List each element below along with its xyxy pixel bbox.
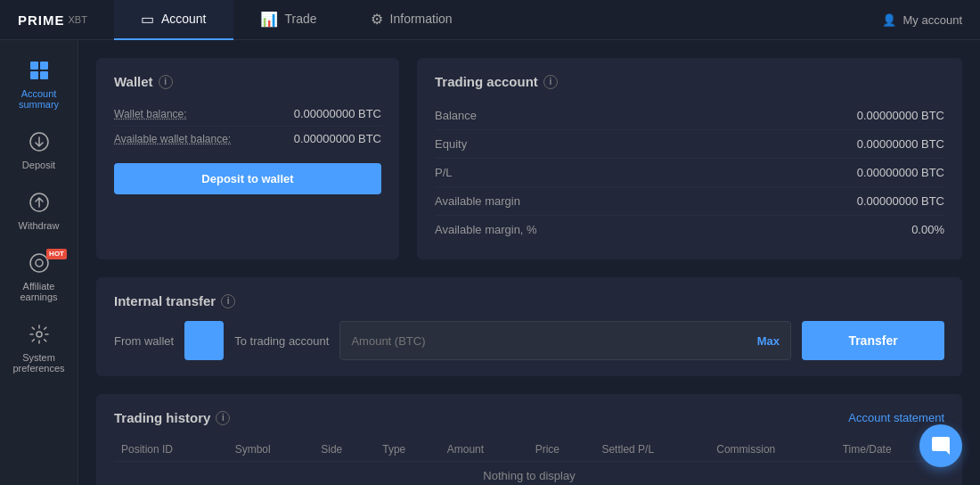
account-summary-icon xyxy=(29,60,50,85)
sidebar-withdraw-label: Withdraw xyxy=(19,220,60,231)
trading-row-label: Equity xyxy=(435,137,467,151)
max-button[interactable]: Max xyxy=(757,334,780,348)
transfer-controls: From wallet To trading account Max Trans… xyxy=(114,321,944,360)
top-panels: Wallet i Wallet balance: 0.00000000 BTC … xyxy=(96,58,962,259)
available-balance-value: 0.00000000 BTC xyxy=(294,132,381,145)
trading-row-value: 0.00000000 BTC xyxy=(857,166,944,179)
trading-history-header: Trading history i Account statement xyxy=(114,410,944,425)
sidebar-item-withdraw[interactable]: Withdraw xyxy=(0,181,78,242)
trading-account-row: Balance 0.00000000 BTC xyxy=(435,102,944,130)
table-column-header: Amount xyxy=(440,438,528,462)
transfer-button[interactable]: Transfer xyxy=(802,321,944,360)
logo-xbt: XBT xyxy=(69,14,87,25)
no-data-cell: Nothing to display xyxy=(114,462,944,486)
trading-row-label: Balance xyxy=(435,109,477,122)
trading-history-table: Position IDSymbolSideTypeAmountPriceSett… xyxy=(114,438,944,485)
internal-transfer-section: Internal transfer i From wallet To tradi… xyxy=(96,277,962,376)
amount-input[interactable] xyxy=(351,334,756,348)
logo-prime: PRIME xyxy=(18,12,65,28)
table-column-header: Symbol xyxy=(228,438,314,462)
my-account-button[interactable]: 👤 My account xyxy=(882,13,962,27)
trading-account-row: Available margin 0.00000000 BTC xyxy=(435,187,944,216)
wallet-panel: Wallet i Wallet balance: 0.00000000 BTC … xyxy=(96,58,399,259)
nav-tab-trade[interactable]: 📊 Trade xyxy=(233,0,344,40)
sidebar-affiliate-label: Affiliate earnings xyxy=(7,281,70,302)
wallet-balance-value: 0.00000000 BTC xyxy=(294,107,381,120)
from-wallet-label: From wallet xyxy=(114,334,174,348)
trading-account-info-icon[interactable]: i xyxy=(543,75,558,89)
table-column-header: Type xyxy=(375,438,439,462)
content-area: Wallet i Wallet balance: 0.00000000 BTC … xyxy=(78,40,980,485)
system-preferences-icon xyxy=(29,324,50,349)
my-account-label: My account xyxy=(903,13,962,27)
internal-transfer-header: Internal transfer i xyxy=(114,293,944,308)
sidebar-item-system-preferences[interactable]: System preferences xyxy=(0,313,78,384)
nav-tab-account[interactable]: ▭ Account xyxy=(114,0,233,40)
sidebar: Account summary Deposit Withdraw HOT xyxy=(0,40,78,485)
trading-account-row: Available margin, % 0.00% xyxy=(435,216,944,243)
nav-tab-information[interactable]: ⚙ Information xyxy=(344,0,479,40)
wallet-balance-label: Wallet balance: xyxy=(114,108,187,120)
internal-transfer-info-icon[interactable]: i xyxy=(221,294,235,308)
swap-direction-button[interactable] xyxy=(184,321,224,360)
sidebar-item-deposit[interactable]: Deposit xyxy=(0,120,78,181)
information-tab-icon: ⚙ xyxy=(371,11,383,28)
deposit-to-wallet-button[interactable]: Deposit to wallet xyxy=(114,163,381,194)
sidebar-deposit-label: Deposit xyxy=(22,160,55,170)
sidebar-system-preferences-label: System preferences xyxy=(7,352,70,374)
trading-row-value: 0.00% xyxy=(911,223,944,236)
user-icon: 👤 xyxy=(882,13,896,27)
trading-account-row: P/L 0.00000000 BTC xyxy=(435,159,944,187)
logo: PRIME XBT xyxy=(18,12,87,28)
table-row: Nothing to display xyxy=(114,462,944,486)
svg-point-7 xyxy=(37,332,42,337)
wallet-balance-row: Wallet balance: 0.00000000 BTC xyxy=(114,102,381,127)
svg-point-6 xyxy=(30,254,48,272)
wallet-info-icon[interactable]: i xyxy=(159,75,173,89)
table-column-header: Settled P/L xyxy=(594,438,709,462)
to-trading-account-label: To trading account xyxy=(234,334,329,348)
sidebar-item-affiliate[interactable]: HOT Affiliate earnings xyxy=(0,242,78,313)
nav-tabs: ▭ Account 📊 Trade ⚙ Information xyxy=(114,0,882,40)
trading-row-value: 0.00000000 BTC xyxy=(857,137,944,151)
trading-account-title: Trading account xyxy=(435,74,538,89)
available-balance-row: Available wallet balance: 0.00000000 BTC xyxy=(114,127,381,151)
main-layout: Account summary Deposit Withdraw HOT xyxy=(0,40,980,485)
sidebar-item-account-summary[interactable]: Account summary xyxy=(0,49,78,120)
table-column-header: Commission xyxy=(709,438,835,462)
svg-rect-0 xyxy=(30,62,38,70)
account-tab-label: Account xyxy=(161,12,207,26)
deposit-icon xyxy=(29,131,50,156)
information-tab-label: Information xyxy=(390,12,453,26)
svg-rect-1 xyxy=(40,62,48,70)
table-column-header: Side xyxy=(314,438,375,462)
amount-input-wrapper: Max xyxy=(339,321,791,360)
trading-history-title: Trading history xyxy=(114,410,210,425)
trading-account-panel: Trading account i Balance 0.00000000 BTC… xyxy=(417,58,962,259)
sidebar-account-summary-label: Account summary xyxy=(7,88,70,110)
trading-row-label: Available margin, % xyxy=(435,223,537,236)
trading-history-info-icon[interactable]: i xyxy=(216,411,230,425)
svg-rect-2 xyxy=(30,71,38,79)
trade-tab-label: Trade xyxy=(285,12,317,26)
trading-row-value: 0.00000000 BTC xyxy=(857,109,944,122)
trading-account-row: Equity 0.00000000 BTC xyxy=(435,130,944,159)
table-header-row: Position IDSymbolSideTypeAmountPriceSett… xyxy=(114,438,944,462)
trading-row-label: P/L xyxy=(435,166,453,179)
wallet-title: Wallet xyxy=(114,74,153,89)
hot-badge: HOT xyxy=(46,249,67,259)
top-nav: PRIME XBT ▭ Account 📊 Trade ⚙ Informatio… xyxy=(0,0,980,40)
trading-row-value: 0.00000000 BTC xyxy=(857,194,944,208)
trading-history-section: Trading history i Account statement Posi… xyxy=(96,394,962,485)
account-tab-icon: ▭ xyxy=(141,11,154,28)
svg-rect-3 xyxy=(40,71,48,79)
chat-widget[interactable] xyxy=(919,424,962,467)
trading-account-header: Trading account i xyxy=(435,74,944,89)
table-column-header: Position ID xyxy=(114,438,228,462)
trade-tab-icon: 📊 xyxy=(260,11,278,28)
account-statement-link[interactable]: Account statement xyxy=(848,411,944,424)
internal-transfer-title: Internal transfer xyxy=(114,293,216,308)
available-balance-label: Available wallet balance: xyxy=(114,133,231,145)
trading-row-label: Available margin xyxy=(435,194,520,208)
wallet-header: Wallet i xyxy=(114,74,381,89)
